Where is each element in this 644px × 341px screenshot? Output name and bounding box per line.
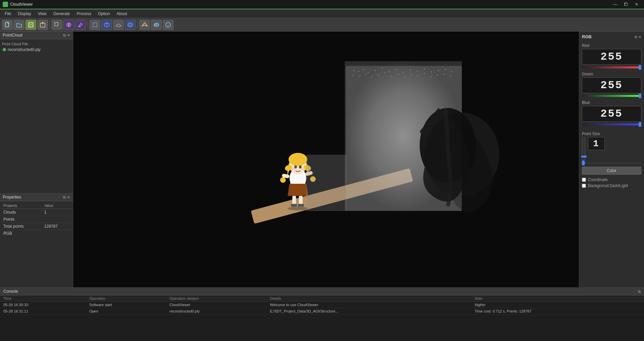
menu-view[interactable]: View (35, 9, 50, 18)
props-float-btn[interactable]: ⧉ (63, 195, 66, 200)
rgb-title: RGB (582, 34, 592, 39)
menu-about[interactable]: About (113, 9, 130, 18)
svg-point-85 (301, 168, 304, 170)
menu-bar: File Display View Generate Process Optio… (0, 9, 644, 18)
panel-float-btn[interactable]: ⧉ (63, 33, 66, 38)
rgb-panel-controls: ⧉ ✕ (635, 35, 641, 39)
menu-process[interactable]: Process (73, 9, 95, 18)
tb-new[interactable] (2, 20, 13, 30)
blue-thumb[interactable] (639, 122, 641, 127)
tb-box[interactable] (90, 20, 100, 30)
svg-rect-77 (298, 204, 304, 207)
svg-point-57 (371, 77, 373, 78)
svg-point-79 (289, 153, 307, 166)
svg-point-10 (78, 26, 80, 27)
red-channel: Red 255 (582, 43, 641, 68)
svg-marker-15 (116, 24, 121, 27)
svg-point-9 (68, 25, 69, 26)
console-operation: Open (86, 308, 166, 315)
svg-point-44 (389, 71, 390, 72)
point-size-slider[interactable] (582, 137, 585, 161)
props-close-btn[interactable]: ✕ (67, 195, 70, 200)
menu-option[interactable]: Option (95, 9, 113, 18)
pointcloud-content: Point Cloud File reconstructed0.ply (0, 39, 73, 193)
properties-title: Properties (3, 195, 21, 200)
col-operation: Operation (86, 295, 166, 302)
console-area: Console ⧉ Time Operation Operation obeje… (0, 287, 644, 341)
close-button[interactable]: ✕ (632, 1, 641, 8)
tb-export[interactable] (37, 20, 48, 30)
maximize-button[interactable]: ⧠ (621, 1, 631, 8)
green-label: Green (582, 72, 641, 76)
props-row: Points (1, 216, 71, 223)
svg-point-46 (403, 72, 404, 73)
prop-property: RGB (1, 230, 42, 237)
tb-save[interactable] (26, 20, 36, 30)
svg-rect-72 (290, 173, 305, 186)
point-size-h-thumb[interactable] (582, 161, 585, 165)
viewport[interactable]: 333.3 FPS (73, 32, 579, 287)
menu-generate[interactable]: Generate (50, 9, 73, 18)
svg-point-40 (363, 69, 364, 70)
rgb-header: RGB ⧉ ✕ (582, 34, 641, 39)
col-time: Time (0, 295, 86, 302)
svg-point-64 (417, 75, 418, 76)
svg-point-82 (294, 165, 297, 169)
coordinate-label: Coordinate (588, 177, 608, 182)
color-button[interactable]: Color (582, 167, 641, 175)
background-row: Backgrorud:Dark/Light (582, 183, 641, 188)
svg-point-67 (437, 75, 438, 76)
tb-paint[interactable] (75, 20, 86, 30)
point-size-section: Point Size 1 (582, 131, 641, 164)
green-slider[interactable] (582, 95, 641, 97)
point-size-h-slider[interactable] (582, 162, 641, 164)
menu-file[interactable]: File (1, 9, 14, 18)
properties-header: Properties ⧉ ✕ (0, 193, 73, 201)
panel-controls: ⧉ ✕ (63, 33, 70, 38)
svg-point-53 (451, 71, 452, 72)
console-float-btn[interactable]: ⧉ (638, 289, 641, 294)
console-note: Time cost: 0.712 s, Points: 128787 (472, 308, 644, 315)
red-value: 255 (582, 49, 641, 65)
svg-marker-16 (128, 22, 133, 27)
tb-sphere[interactable] (125, 20, 136, 30)
red-slider[interactable] (582, 66, 641, 68)
minimize-button[interactable]: — (610, 1, 620, 8)
svg-marker-73 (288, 184, 308, 196)
console-table: Time Operation Operation obeject Details… (0, 295, 644, 315)
svg-point-51 (438, 70, 439, 71)
tb-open[interactable] (14, 20, 24, 30)
props-row: Total points 128787 (1, 223, 71, 230)
tb-cube[interactable] (101, 20, 112, 30)
console-row: 05-28 16:31:11 Open reconstructed0.ply E… (0, 308, 644, 315)
console-title: Console (3, 289, 18, 294)
svg-point-49 (424, 68, 425, 69)
rgb-close-btn[interactable]: ✕ (638, 35, 641, 39)
prop-property: Clouds (1, 209, 42, 216)
green-thumb[interactable] (639, 94, 641, 98)
red-thumb[interactable] (639, 65, 641, 70)
blue-slider[interactable] (582, 123, 641, 125)
file-item[interactable]: reconstructed0.ply (1, 47, 71, 53)
tb-color[interactable] (63, 20, 74, 30)
svg-rect-3 (29, 25, 33, 27)
tb-info[interactable]: i (163, 20, 174, 30)
svg-point-48 (417, 70, 418, 71)
svg-rect-0 (5, 22, 9, 27)
red-label: Red (582, 43, 641, 48)
tb-plane[interactable] (113, 20, 124, 30)
tb-pick[interactable] (139, 20, 150, 30)
svg-text:i: i (168, 23, 169, 27)
menu-display[interactable]: Display (14, 9, 34, 18)
svg-point-88 (280, 177, 286, 183)
app-icon (3, 2, 8, 7)
svg-point-83 (299, 165, 302, 169)
background-checkbox[interactable] (582, 184, 586, 188)
svg-rect-11 (93, 23, 97, 27)
svg-point-66 (431, 76, 432, 77)
rgb-float-btn[interactable]: ⧉ (635, 35, 637, 39)
tb-cloud[interactable] (151, 20, 162, 30)
tb-crop[interactable] (52, 20, 62, 30)
coordinate-checkbox[interactable] (582, 178, 586, 182)
panel-close-btn[interactable]: ✕ (67, 33, 70, 38)
